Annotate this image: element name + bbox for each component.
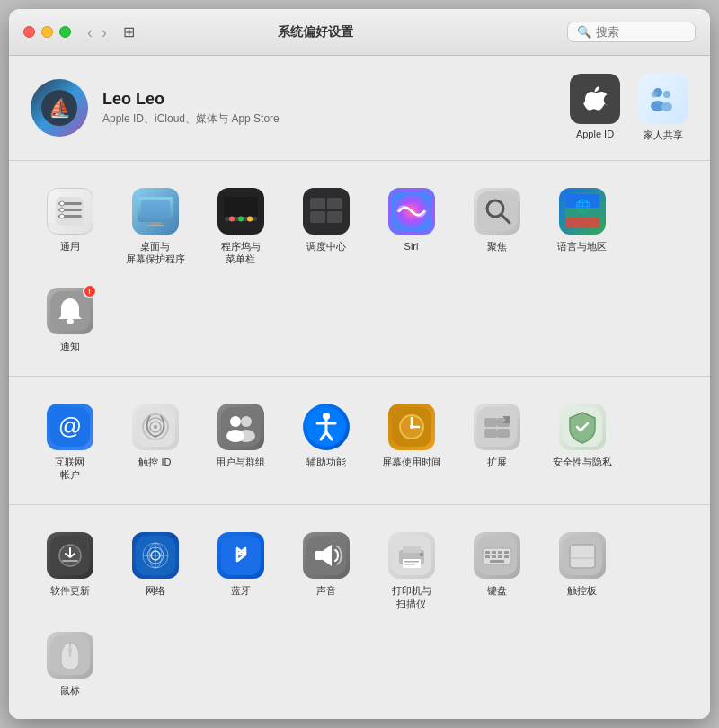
section-2-grid: @ 互联网 帐户 xyxy=(27,391,692,491)
svg-point-50 xyxy=(241,416,252,427)
svg-rect-38 xyxy=(565,218,599,228)
notifications-label: 通知 xyxy=(60,340,80,352)
svg-rect-97 xyxy=(504,555,509,558)
pref-siri[interactable]: Siri xyxy=(368,175,454,275)
mouse-icon xyxy=(47,632,93,679)
siri-label: Siri xyxy=(404,240,419,253)
notification-badge: ! xyxy=(83,284,97,298)
pref-general[interactable]: 通用 xyxy=(27,175,112,275)
pref-desktop[interactable]: 桌面与 屏幕保护程序 xyxy=(112,175,198,275)
search-input[interactable] xyxy=(596,25,686,39)
svg-rect-63 xyxy=(484,418,497,427)
bluetooth-label: 蓝牙 xyxy=(231,584,251,597)
svg-point-47 xyxy=(154,425,157,429)
pref-accessibility[interactable]: 辅助功能 xyxy=(283,391,368,491)
close-button[interactable] xyxy=(23,26,35,38)
svg-point-49 xyxy=(230,416,241,427)
search-icon: 🔍 xyxy=(577,25,591,39)
spotlight-icon xyxy=(474,188,520,235)
pref-mouse[interactable]: 鼠标 xyxy=(27,619,112,706)
svg-point-13 xyxy=(59,214,64,218)
svg-point-104 xyxy=(68,647,72,653)
section-3: 软件更新 网络 xyxy=(9,505,710,719)
pref-keyboard[interactable]: 键盘 xyxy=(454,519,539,619)
pref-screentime[interactable]: 屏幕使用时间 xyxy=(368,391,454,491)
svg-rect-66 xyxy=(497,429,510,438)
svg-point-11 xyxy=(59,201,64,206)
dock-label: 程序坞与 菜单栏 xyxy=(221,240,261,266)
pref-mission[interactable]: 调度中心 xyxy=(283,175,368,275)
svg-point-4 xyxy=(652,92,658,98)
general-label: 通用 xyxy=(60,240,80,253)
svg-rect-96 xyxy=(498,555,502,558)
extensions-icon xyxy=(474,404,520,450)
pref-printer[interactable]: 打印机与 扫描仪 xyxy=(368,519,454,619)
svg-point-87 xyxy=(420,553,423,556)
softupdate-label: 软件更新 xyxy=(50,584,90,597)
svg-rect-62 xyxy=(477,407,517,447)
pref-extensions[interactable]: 扩展 xyxy=(454,391,539,491)
svg-rect-85 xyxy=(404,561,419,563)
pref-users[interactable]: 用户与群组 xyxy=(198,391,283,491)
section-2: @ 互联网 帐户 xyxy=(9,377,710,506)
pref-internet[interactable]: @ 互联网 帐户 xyxy=(27,391,112,491)
pref-trackpad[interactable]: 触控板 xyxy=(539,519,625,619)
accessibility-label: 辅助功能 xyxy=(306,456,346,468)
traffic-lights xyxy=(23,26,71,38)
touchid-label: 触控 ID xyxy=(138,456,171,468)
dock-icon xyxy=(217,188,264,235)
security-label: 安全性与隐私 xyxy=(553,456,612,468)
apple-id-button[interactable]: Apple ID xyxy=(570,74,620,142)
svg-rect-86 xyxy=(404,564,415,565)
pref-notifications[interactable]: ! 通知 xyxy=(27,275,112,361)
svg-rect-37 xyxy=(565,208,599,218)
svg-point-6 xyxy=(661,102,672,111)
trackpad-label: 触控板 xyxy=(567,584,597,597)
svg-rect-16 xyxy=(141,200,170,217)
svg-point-61 xyxy=(410,425,413,429)
family-sharing-button[interactable]: 家人共享 xyxy=(638,74,688,142)
section-1: 通用 桌面与 屏幕保护程序 xyxy=(9,161,710,377)
svg-text:@: @ xyxy=(58,413,81,439)
family-sharing-label: 家人共享 xyxy=(644,129,683,142)
mouse-label: 鼠标 xyxy=(60,684,80,697)
section-3-grid: 软件更新 网络 xyxy=(27,519,692,706)
svg-point-52 xyxy=(237,430,255,442)
pref-spotlight[interactable]: 聚焦 xyxy=(454,175,539,275)
accessibility-icon xyxy=(303,404,350,450)
family-icon xyxy=(647,83,679,115)
svg-rect-94 xyxy=(485,555,490,558)
svg-rect-80 xyxy=(315,551,323,560)
minimize-button[interactable] xyxy=(41,26,53,38)
language-label: 语言与地区 xyxy=(557,240,607,253)
users-icon xyxy=(217,404,264,450)
svg-rect-95 xyxy=(492,555,496,558)
svg-rect-83 xyxy=(403,546,421,553)
softupdate-icon xyxy=(47,532,93,579)
printer-icon xyxy=(388,532,435,579)
pref-language[interactable]: 🌐 语言与地区 xyxy=(539,175,625,275)
pref-bluetooth[interactable]: 蓝牙 xyxy=(198,519,283,619)
svg-point-22 xyxy=(229,217,235,222)
pref-network[interactable]: 网络 xyxy=(112,519,198,619)
touchid-icon xyxy=(132,404,179,450)
pref-security[interactable]: 安全性与隐私 xyxy=(539,391,625,491)
internet-label: 互联网 帐户 xyxy=(55,456,84,482)
pref-touchid[interactable]: 触控 ID xyxy=(112,391,198,491)
general-icon xyxy=(47,188,93,235)
spotlight-label: 聚焦 xyxy=(487,240,507,253)
maximize-button[interactable] xyxy=(59,26,71,38)
pref-dock[interactable]: 程序坞与 菜单栏 xyxy=(198,175,283,275)
pref-sound[interactable]: 声音 xyxy=(283,519,368,619)
users-label: 用户与群组 xyxy=(216,456,265,468)
sound-label: 声音 xyxy=(316,584,336,597)
trackpad-icon xyxy=(559,532,606,579)
notifications-icon: ! xyxy=(47,288,93,334)
pref-softupdate[interactable]: 软件更新 xyxy=(27,519,112,619)
content-area: ⛵ Leo Leo Apple ID、iCloud、媒体与 App Store … xyxy=(9,56,710,719)
profile-info: Leo Leo Apple ID、iCloud、媒体与 App Store xyxy=(102,90,570,127)
language-icon: 🌐 xyxy=(559,188,606,235)
network-label: 网络 xyxy=(146,584,165,597)
profile-section: ⛵ Leo Leo Apple ID、iCloud、媒体与 App Store … xyxy=(9,56,710,161)
svg-point-23 xyxy=(238,217,244,222)
